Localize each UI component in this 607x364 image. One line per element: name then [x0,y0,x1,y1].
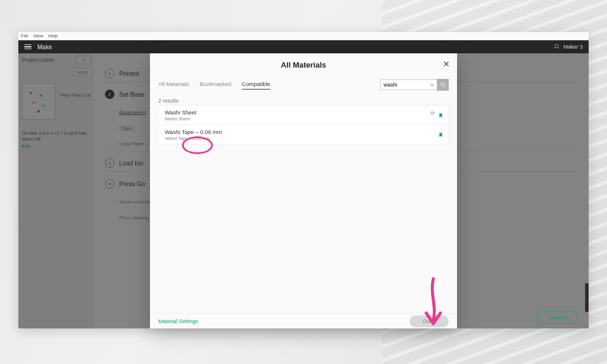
bell-icon [554,44,560,50]
modal-footer: Material Settings Done [150,313,457,328]
search-button[interactable] [437,79,449,91]
hamburger-icon[interactable] [24,44,31,50]
app-toolbar: Make Maker 3 [18,40,589,53]
bookmark-icon[interactable] [438,130,443,141]
menu-help[interactable]: Help [48,33,57,39]
result-title: Washi Tape – 0.06 mm [165,129,442,135]
modal-tabs: All Materials Bookmarked Compatible ✕ [150,74,457,94]
close-icon[interactable]: ✕ [443,59,450,69]
bookmark-icon[interactable] [438,110,443,121]
results-count: 2 results [150,94,457,105]
result-sub: Washi Sheet [165,116,442,122]
app-window: File View Help Make Maker 3 Project copi… [18,32,589,328]
material-settings-link[interactable]: Material Settings [158,318,198,324]
crop-artifact [585,283,589,312]
result-title: Washi Sheet [165,109,442,116]
tab-all-materials[interactable]: All Materials [158,81,189,89]
cancel-button[interactable]: Cancel [536,311,578,324]
svg-line-1 [443,85,445,87]
result-sub: Washi Tape – 0.06 mm [165,136,442,141]
menubar: File View Help [18,32,589,40]
tab-bookmarked[interactable]: Bookmarked [200,81,231,89]
device-indicator[interactable]: Maker 3 [554,44,583,50]
refresh-icon[interactable]: ⟳ [430,110,435,116]
app-title: Make [37,44,52,50]
done-button[interactable]: Done [410,315,449,327]
modal-title: All Materials [150,60,457,69]
tab-compatible[interactable]: Compatible [242,81,270,90]
materials-modal: All Materials ✕ All Materials Bookmarked… [150,53,457,328]
svg-point-0 [440,82,444,86]
menu-view[interactable]: View [33,33,43,39]
result-item-washi-sheet[interactable]: Washi Sheet Washi Sheet ⟳ [159,106,448,125]
menu-file[interactable]: File [21,33,28,39]
result-item-washi-tape[interactable]: Washi Tape – 0.06 mm Washi Tape – 0.06 m… [159,125,448,144]
result-list: Washi Sheet Washi Sheet ⟳ Washi Tape – 0… [158,105,449,145]
device-name: Maker 3 [563,44,583,50]
